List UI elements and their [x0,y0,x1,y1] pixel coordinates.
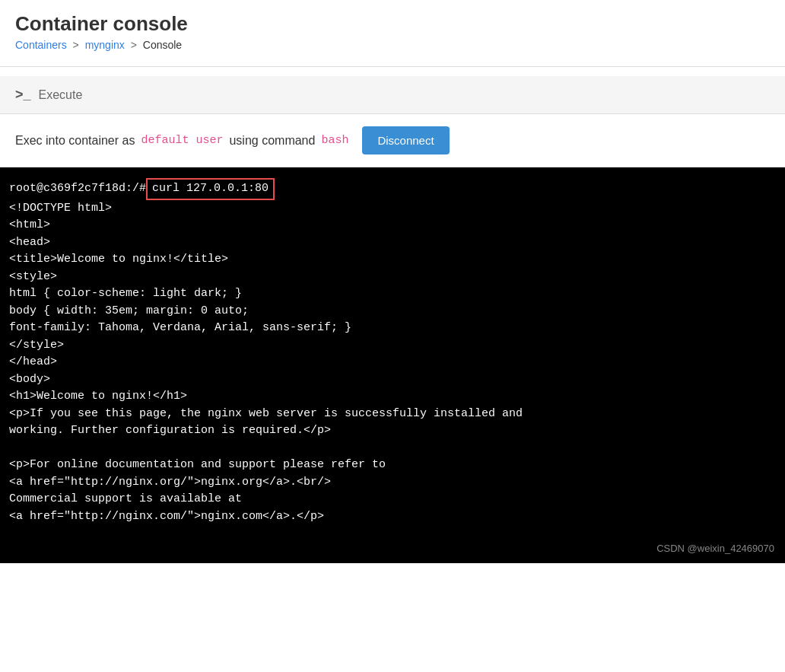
execute-bar: >_ Execute [0,76,785,113]
terminal-output-line: <!DOCTYPE html> [9,200,776,218]
breadcrumb-current: Console [143,39,182,51]
terminal-output-line: <head> [9,234,776,252]
terminal-hash: # [139,182,146,195]
exec-middle-text: using command [229,134,315,148]
terminal-output-line: <style> [9,269,776,286]
terminal-output-line: body { width: 35em; margin: 0 auto; [9,303,776,320]
terminal-output-line: <html> [9,217,776,234]
terminal-output-line: <p>For online documentation and support … [9,457,776,474]
terminal-output-line: </style> [9,337,776,355]
terminal-output: <!DOCTYPE html><html><head><title>Welcom… [9,200,776,526]
terminal-first-line: root@c369f2c7f18d:/# curl 127.0.0.1:80 [9,178,776,200]
terminal-command: curl 127.0.0.1:80 [146,178,275,200]
exec-prefix-text: Exec into container as [15,134,135,148]
header-section: Container console Containers > mynginx >… [0,0,785,57]
terminal-empty-line [9,440,776,457]
breadcrumb-sep-2: > [131,39,137,51]
page-title: Container console [15,12,770,36]
terminal-prompt: root@c369f2c7f18d:/ [9,182,139,195]
terminal-output-line: <body> [9,371,776,389]
terminal-output-line: Commercial support is available at [9,491,776,508]
exec-command-text: bash [321,134,348,147]
breadcrumb-sep-1: > [73,39,79,51]
terminal-output-line: </head> [9,354,776,371]
breadcrumb: Containers > mynginx > Console [15,39,770,51]
terminal-output-line: <a href="http://nginx.org/">nginx.org</a… [9,474,776,492]
info-bar: Exec into container as default user usin… [0,114,785,167]
terminal-output-line: <title>Welcome to nginx!</title> [9,251,776,269]
header-divider [0,66,785,67]
terminal-icon: >_ [15,87,31,103]
watermark: CSDN @weixin_42469070 [656,541,774,556]
terminal-output-line: <h1>Welcome to nginx!</h1> [9,388,776,406]
exec-user-text: default user [141,134,223,147]
terminal-output-line: html { color-scheme: light dark; } [9,285,776,303]
terminal-output-line: working. Further configuration is requir… [9,422,776,440]
execute-label: Execute [39,88,83,102]
breadcrumb-mynginx-link[interactable]: mynginx [85,39,125,51]
breadcrumb-containers-link[interactable]: Containers [15,39,67,51]
terminal-output-line: <p>If you see this page, the nginx web s… [9,406,776,423]
terminal-output-line: <a href="http://nginx.com/">nginx.com</a… [9,508,776,526]
disconnect-button[interactable]: Disconnect [362,126,449,154]
terminal-output-line: font-family: Tahoma, Verdana, Arial, san… [9,320,776,337]
terminal: root@c369f2c7f18d:/# curl 127.0.0.1:80 <… [0,167,785,563]
